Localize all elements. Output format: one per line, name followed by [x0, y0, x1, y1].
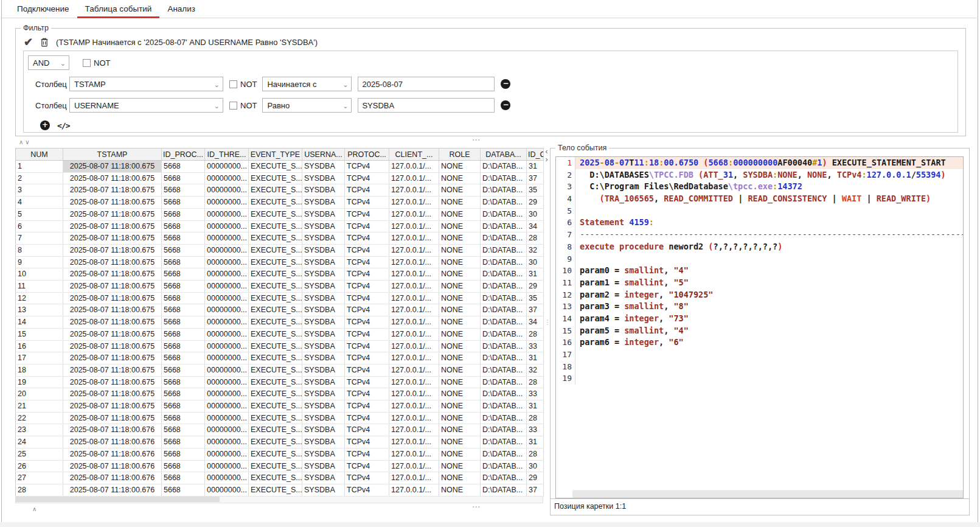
table-cell[interactable]: 00000000...: [205, 424, 249, 436]
add-condition-plus-icon[interactable]: +: [40, 120, 50, 130]
table-cell[interactable]: D:\DATAB...: [481, 436, 527, 448]
table-cell[interactable]: 5668: [162, 328, 205, 340]
table-cell[interactable]: 00000000...: [205, 460, 249, 472]
table-cell[interactable]: 5668: [162, 436, 205, 448]
table-cell[interactable]: TCPv4: [345, 268, 389, 281]
table-cell[interactable]: 33: [527, 388, 544, 400]
table-cell[interactable]: EXECUTE_S...: [249, 424, 302, 436]
table-cell[interactable]: 127.0.0.1/...: [389, 328, 439, 340]
operator-select[interactable]: Начинается с ⌄: [262, 77, 352, 91]
table-cell[interactable]: 5668: [162, 316, 205, 329]
table-cell[interactable]: 127.0.0.1/...: [389, 400, 439, 413]
table-cell[interactable]: 29: [527, 197, 544, 209]
table-cell[interactable]: SYSDBA: [302, 197, 345, 209]
table-cell[interactable]: D:\DATAB...: [481, 400, 527, 413]
table-cell[interactable]: NONE: [439, 292, 481, 304]
table-cell[interactable]: D:\DATAB...: [481, 208, 527, 220]
table-cell[interactable]: 2025-08-07 11:18:00.675: [63, 316, 162, 329]
table-cell[interactable]: 5668: [162, 256, 205, 268]
table-cell[interactable]: 00000000...: [205, 268, 249, 281]
table-cell[interactable]: 5: [16, 208, 63, 220]
table-cell[interactable]: 5668: [162, 184, 205, 197]
table-cell[interactable]: 127.0.0.1/...: [389, 268, 439, 281]
tab-connection[interactable]: Подключение: [9, 0, 77, 18]
table-cell[interactable]: 25: [16, 448, 63, 460]
table-cell[interactable]: 4: [16, 197, 63, 209]
table-cell[interactable]: 5668: [162, 161, 205, 173]
table-cell[interactable]: 2025-08-07 11:18:00.675: [63, 256, 162, 268]
table-cell[interactable]: TCPv4: [345, 448, 389, 460]
table-cell[interactable]: 127.0.0.1/...: [389, 316, 439, 329]
table-cell[interactable]: 2025-08-07 11:18:00.675: [63, 281, 162, 293]
table-cell[interactable]: D:\DATAB...: [481, 292, 527, 304]
table-cell[interactable]: EXECUTE_S...: [249, 352, 302, 365]
table-cell[interactable]: 00000000...: [205, 208, 249, 220]
table-cell[interactable]: SYSDBA: [302, 281, 345, 293]
table-cell[interactable]: 00000000...: [205, 448, 249, 460]
table-cell[interactable]: TCPv4: [345, 424, 389, 436]
table-cell[interactable]: 30: [527, 256, 544, 268]
table-cell[interactable]: D:\DATAB...: [481, 197, 527, 209]
table-cell[interactable]: EXECUTE_S...: [249, 388, 302, 400]
table-cell[interactable]: 5668: [162, 220, 205, 232]
table-cell[interactable]: 5668: [162, 208, 205, 220]
table-cell[interactable]: 11: [16, 281, 63, 293]
table-cell[interactable]: TCPv4: [345, 436, 389, 448]
table-cell[interactable]: 19: [16, 376, 63, 388]
remove-condition-minus-icon[interactable]: −: [501, 79, 510, 89]
table-cell[interactable]: TCPv4: [345, 281, 389, 293]
table-cell[interactable]: NONE: [439, 304, 481, 316]
table-cell[interactable]: D:\DATAB...: [481, 412, 527, 424]
table-cell[interactable]: 28: [527, 328, 544, 340]
table-cell[interactable]: NONE: [439, 364, 481, 376]
table-cell[interactable]: 5668: [162, 412, 205, 424]
table-cell[interactable]: SYSDBA: [302, 352, 345, 365]
table-cell[interactable]: 30: [527, 208, 544, 220]
splitter-collapse-arrow[interactable]: ∧: [32, 506, 38, 512]
table-cell[interactable]: 31: [527, 400, 544, 413]
table-cell[interactable]: SYSDBA: [302, 256, 345, 268]
table-cell[interactable]: 34: [527, 316, 544, 329]
table-cell[interactable]: D:\DATAB...: [481, 316, 527, 329]
table-cell[interactable]: 20: [16, 388, 63, 400]
table-cell[interactable]: 32: [527, 244, 544, 256]
table-cell[interactable]: EXECUTE_S...: [249, 316, 302, 329]
table-cell[interactable]: 00000000...: [205, 400, 249, 413]
table-cell[interactable]: 27: [16, 472, 63, 484]
column-header[interactable]: ROLE: [439, 148, 481, 161]
table-cell[interactable]: 127.0.0.1/...: [389, 436, 439, 448]
table-cell[interactable]: NONE: [439, 352, 481, 365]
table-cell[interactable]: SYSDBA: [302, 316, 345, 329]
table-cell[interactable]: D:\DATAB...: [481, 472, 527, 484]
table-cell[interactable]: NONE: [439, 328, 481, 340]
table-cell[interactable]: 127.0.0.1/...: [389, 304, 439, 316]
table-cell[interactable]: D:\DATAB...: [481, 388, 527, 400]
table-cell[interactable]: 00000000...: [205, 184, 249, 197]
table-cell[interactable]: 00000000...: [205, 328, 249, 340]
column-header[interactable]: ID_C: [527, 148, 544, 161]
table-cell[interactable]: 29: [527, 281, 544, 293]
horizontal-splitter-bottom[interactable]: ∧ •••: [15, 506, 543, 515]
table-cell[interactable]: SYSDBA: [302, 412, 345, 424]
table-cell[interactable]: D:\DATAB...: [481, 281, 527, 293]
table-cell[interactable]: TCPv4: [345, 376, 389, 388]
table-cell[interactable]: TCPv4: [345, 328, 389, 340]
table-cell[interactable]: 5668: [162, 172, 205, 184]
table-cell[interactable]: 35: [527, 292, 544, 304]
table-cell[interactable]: NONE: [439, 340, 481, 352]
table-cell[interactable]: D:\DATAB...: [481, 376, 527, 388]
table-cell[interactable]: EXECUTE_S...: [249, 220, 302, 232]
table-cell[interactable]: 2: [16, 172, 63, 184]
table-cell[interactable]: 127.0.0.1/...: [389, 412, 439, 424]
column-header[interactable]: PROTOC...: [345, 148, 389, 161]
table-cell[interactable]: EXECUTE_S...: [249, 436, 302, 448]
table-cell[interactable]: 5668: [162, 448, 205, 460]
table-cell[interactable]: 00000000...: [205, 376, 249, 388]
table-cell[interactable]: 127.0.0.1/...: [389, 220, 439, 232]
table-cell[interactable]: 5668: [162, 197, 205, 209]
table-cell[interactable]: SYSDBA: [302, 472, 345, 484]
table-cell[interactable]: 2025-08-07 11:18:00.676: [63, 448, 162, 460]
grid-scrollbar-thumb[interactable]: [16, 497, 220, 502]
table-cell[interactable]: EXECUTE_S...: [249, 364, 302, 376]
table-cell[interactable]: 32: [527, 364, 544, 376]
